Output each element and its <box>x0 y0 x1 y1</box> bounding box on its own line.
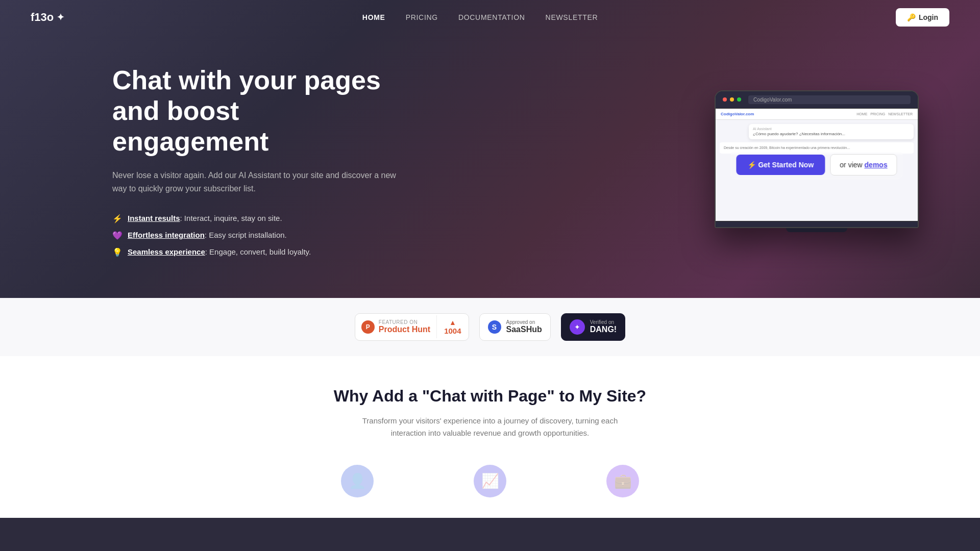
laptop-stand <box>786 228 847 232</box>
why-card-icon-2: 📈 <box>474 465 506 497</box>
saashub-text: Approved on SaaSHub <box>506 319 542 334</box>
ph-number: 1004 <box>444 327 461 335</box>
dang-name: DANG! <box>590 325 617 334</box>
ph-badge-left: P FEATURED ON Product Hunt <box>355 315 437 338</box>
screen-nav-links: HOME PRICING NEWSLETTER <box>856 112 913 116</box>
view-demos-button[interactable]: or view demos <box>830 154 897 176</box>
nav-newsletter[interactable]: NEWSLETTER <box>546 13 598 21</box>
laptop-base <box>716 221 918 227</box>
why-title: Why Add a "Chat with Page" to My Site? <box>41 387 939 406</box>
laptop-titlebar: CodigoValor.com <box>716 91 918 109</box>
dot-red <box>723 97 727 102</box>
saashub-name: SaaSHub <box>506 325 542 334</box>
dot-yellow <box>730 97 734 102</box>
feature-icon-instant: ⚡ <box>112 214 124 223</box>
brand-star: ✦ <box>57 12 64 23</box>
ph-count: ▲ 1004 <box>437 314 468 339</box>
feature-text-experience: : Engage, convert, build loyalty. <box>205 247 311 256</box>
nav-pricing[interactable]: PRICING <box>406 13 438 21</box>
nav-home[interactable]: HOME <box>362 13 385 21</box>
why-card-3: 💼 <box>572 465 674 497</box>
login-icon: 🔑 <box>907 13 916 21</box>
feature-text-instant: : Interact, inquire, stay on site. <box>180 214 282 222</box>
demos-link[interactable]: demos <box>864 161 887 169</box>
feature-instant: ⚡ Instant results: Interact, inquire, st… <box>112 214 398 223</box>
badge-saashub[interactable]: S Approved on SaaSHub <box>479 313 551 341</box>
hero-section: Chat with your pages and boost engagemen… <box>0 35 980 298</box>
hero-text-block: Chat with your pages and boost engagemen… <box>112 65 398 257</box>
navbar: f13o ✦ HOME PRICING DOCUMENTATION NEWSLE… <box>0 0 980 35</box>
laptop-screen: CodigoValor.com HOME PRICING NEWSLETTER … <box>716 109 918 221</box>
screen-brand: CodigoValor.com <box>721 112 754 116</box>
dang-verified-label: Verified on <box>590 319 617 325</box>
screen-chat-text: ¿Cómo puedo ayudarte? ¿Necesitas informa… <box>753 132 910 136</box>
ph-arrow: ▲ <box>449 318 456 327</box>
hero-visual: CodigoValor.com CodigoValor.com HOME PRI… <box>715 90 919 232</box>
why-cards: 👤 📈 💼 <box>41 465 939 497</box>
saashub-approved-label: Approved on <box>506 319 542 325</box>
badges-section: P FEATURED ON Product Hunt ▲ 1004 S Appr… <box>0 298 980 356</box>
dang-icon: ✦ <box>570 319 585 335</box>
why-card-icon-1: 👤 <box>341 465 374 497</box>
nav-docs[interactable]: DOCUMENTATION <box>458 13 525 21</box>
feature-icon-experience: 💡 <box>112 247 124 257</box>
nav-links: HOME PRICING DOCUMENTATION NEWSLETTER <box>362 13 598 22</box>
saashub-icon: S <box>488 320 501 334</box>
feature-link-integration[interactable]: Effortless integration <box>128 231 205 239</box>
why-card-1: 👤 <box>306 465 408 497</box>
feature-experience: 💡 Seamless experience: Engage, convert, … <box>112 247 398 257</box>
laptop-url: CodigoValor.com <box>748 95 911 104</box>
dang-text: Verified on DANG! <box>590 319 617 334</box>
feature-link-instant[interactable]: Instant results <box>128 214 180 222</box>
feature-link-experience[interactable]: Seamless experience <box>128 247 205 256</box>
dot-green <box>737 97 741 102</box>
cta-buttons-overlay: ⚡ Get Started Now or view demos <box>730 150 903 180</box>
ph-featured-label: FEATURED ON <box>379 319 430 325</box>
laptop-mockup: CodigoValor.com CodigoValor.com HOME PRI… <box>715 90 919 228</box>
badge-dang[interactable]: ✦ Verified on DANG! <box>561 313 625 341</box>
feature-icon-integration: 💜 <box>112 231 124 240</box>
feature-text-integration: : Easy script installation. <box>205 231 287 239</box>
why-section: Why Add a "Chat with Page" to My Site? T… <box>0 356 980 518</box>
feature-integration: 💜 Effortless integration: Easy script in… <box>112 231 398 240</box>
hero-subtitle: Never lose a visitor again. Add our AI A… <box>112 169 398 195</box>
cta-secondary-prefix: or view <box>840 161 862 169</box>
get-started-button[interactable]: ⚡ Get Started Now <box>736 155 825 175</box>
screen-nav-bar: CodigoValor.com HOME PRICING NEWSLETTER <box>716 109 918 120</box>
login-button[interactable]: 🔑 Login <box>896 8 949 27</box>
brand-logo[interactable]: f13o ✦ <box>31 11 64 24</box>
screen-chat-bubble: AI Assistant ¿Cómo puedo ayudarte? ¿Nece… <box>749 124 914 139</box>
badge-product-hunt[interactable]: P FEATURED ON Product Hunt ▲ 1004 <box>355 313 469 341</box>
ph-icon: P <box>361 320 375 334</box>
hero-title: Chat with your pages and boost engagemen… <box>112 65 398 157</box>
ph-text: FEATURED ON Product Hunt <box>379 319 430 334</box>
why-card-2: 📈 <box>439 465 541 497</box>
ph-name: Product Hunt <box>379 325 430 334</box>
why-subtitle: Transform your visitors' experience into… <box>357 415 623 439</box>
hero-features: ⚡ Instant results: Interact, inquire, st… <box>112 214 398 257</box>
why-card-icon-3: 💼 <box>606 465 639 497</box>
brand-name: f13o <box>31 11 54 24</box>
